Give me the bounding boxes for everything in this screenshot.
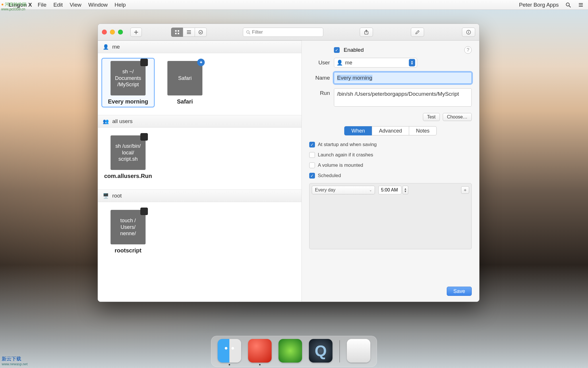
svg-rect-6 — [178, 30, 179, 32]
opt-volume-label: A volume is mounted — [318, 162, 363, 168]
svg-rect-5 — [175, 30, 177, 32]
tab-notes[interactable]: Notes — [409, 126, 437, 135]
job-thumb: sh ~/ Documents /MyScript — [111, 61, 146, 95]
tab-advanced[interactable]: Advanced — [372, 126, 409, 135]
svg-rect-18 — [468, 32, 469, 33]
svg-rect-7 — [175, 33, 177, 34]
svg-line-14 — [249, 33, 250, 34]
menu-view[interactable]: View — [70, 2, 82, 8]
opt-scheduled-checkbox[interactable]: ✓ — [309, 173, 315, 179]
opt-startup-checkbox[interactable]: ✓ — [309, 142, 315, 147]
share-button[interactable] — [360, 28, 373, 37]
close-window-button[interactable] — [102, 30, 107, 34]
dock-finder-icon[interactable] — [218, 339, 241, 363]
dock-divider — [339, 340, 340, 363]
schedule-time-input[interactable] — [378, 186, 401, 194]
notification-center-icon[interactable] — [578, 2, 584, 8]
name-field[interactable]: Every morning — [334, 72, 472, 84]
user-icon: 👤 — [336, 60, 343, 66]
detail-tabs: When Advanced Notes — [309, 126, 472, 135]
opt-scheduled-label: Scheduled — [318, 173, 341, 179]
dock-app-tomato-icon[interactable] — [248, 339, 272, 363]
minimize-window-button[interactable] — [110, 30, 115, 34]
filter-search-field[interactable] — [243, 28, 323, 37]
lingon-window: 👤 me sh ~/ Documents /MyScript Every mor… — [98, 24, 479, 302]
menu-file[interactable]: File — [38, 2, 47, 8]
job-list-pane: 👤 me sh ~/ Documents /MyScript Every mor… — [98, 41, 302, 302]
menu-edit[interactable]: Edit — [53, 2, 63, 8]
window-traffic-lights — [102, 30, 123, 34]
opt-relaunch-checkbox[interactable] — [309, 152, 315, 158]
computer-icon: 🖥️ — [102, 193, 109, 199]
svg-point-17 — [468, 31, 469, 31]
dock-trash-icon[interactable] — [347, 339, 370, 363]
choose-button[interactable]: Choose… — [443, 113, 472, 121]
schedule-box: Every day ⌄ ▲▼ ＋ — [309, 183, 472, 249]
save-button[interactable]: Save — [447, 287, 472, 296]
section-title: me — [112, 44, 120, 50]
info-button[interactable] — [462, 28, 475, 37]
svg-rect-8 — [178, 33, 179, 34]
menubar-app-name[interactable]: Lingon X — [9, 2, 32, 8]
user-select[interactable]: 👤 me ▲▼ — [334, 58, 417, 68]
opt-volume-checkbox[interactable] — [309, 162, 315, 168]
user-select-value: me — [345, 60, 407, 66]
name-label: Name — [309, 75, 330, 81]
dock-app-star-icon[interactable] — [278, 339, 302, 363]
enabled-label: Enabled — [344, 47, 364, 53]
svg-line-1 — [569, 6, 570, 7]
terminal-badge-icon — [140, 59, 148, 66]
job-card-rootscript[interactable]: touch / Users/ nenne/ rootscript — [101, 207, 155, 256]
test-button[interactable]: Test — [423, 113, 440, 121]
job-caption: Safari — [177, 98, 193, 105]
terminal-badge-icon — [140, 208, 148, 215]
section-title: all users — [112, 118, 133, 124]
section-title: root — [112, 193, 122, 199]
view-status-button[interactable] — [195, 28, 207, 37]
menu-window[interactable]: Window — [88, 2, 108, 8]
job-card-allusers-run[interactable]: sh /usr/bin/ local/ script.sh com.alluse… — [101, 132, 155, 182]
job-card-every-morning[interactable]: sh ~/ Documents /MyScript Every morning — [101, 58, 155, 108]
tab-when[interactable]: When — [344, 126, 372, 135]
add-schedule-button[interactable]: ＋ — [461, 186, 469, 194]
job-caption: rootscript — [115, 247, 141, 254]
dock-quicktime-icon[interactable]: Q — [309, 339, 332, 363]
macos-dock: Q — [211, 336, 377, 367]
opt-relaunch-label: Launch again if it crashes — [318, 152, 373, 158]
job-thumb: touch / Users/ nenne/ — [111, 210, 146, 244]
job-detail-pane: ? ✓ Enabled User 👤 me ▲▼ Name Every morn… — [302, 41, 479, 302]
add-job-button[interactable] — [130, 28, 142, 37]
stepper-updown-icon[interactable]: ▲▼ — [403, 186, 408, 194]
schedule-frequency-popup[interactable]: Every day ⌄ — [312, 186, 375, 194]
view-list-button[interactable] — [183, 28, 195, 37]
job-thumb: Safari ✦ — [167, 61, 202, 95]
safari-badge-icon: ✦ — [197, 59, 205, 66]
menu-help[interactable]: Help — [115, 2, 126, 8]
terminal-badge-icon — [140, 133, 148, 141]
section-header-all-users: 👥 all users — [98, 115, 301, 128]
menubar-app-developer[interactable]: Peter Borg Apps — [519, 2, 559, 8]
run-label: Run — [309, 88, 330, 96]
view-mode-segmented — [171, 28, 207, 37]
section-header-root: 🖥️ root — [98, 189, 301, 202]
window-toolbar — [98, 24, 479, 41]
spotlight-icon[interactable] — [565, 2, 571, 8]
popup-caret-icon: ⌄ — [369, 188, 372, 192]
run-field[interactable]: /bin/sh /Users/peterborgapps/Documents/M… — [334, 88, 472, 107]
user-icon: 👤 — [102, 44, 109, 50]
filter-input[interactable] — [252, 29, 320, 35]
help-button[interactable]: ? — [464, 46, 472, 54]
job-caption: Every morning — [108, 98, 148, 105]
users-icon: 👥 — [102, 118, 109, 124]
select-caret-icon: ▲▼ — [409, 59, 415, 66]
opt-startup-label: At startup and when saving — [318, 142, 377, 147]
edit-button[interactable] — [411, 28, 424, 37]
section-header-me: 👤 me — [98, 41, 301, 53]
enabled-checkbox[interactable]: ✓ — [334, 47, 340, 53]
schedule-time-stepper[interactable]: ▲▼ — [378, 186, 408, 194]
zoom-window-button[interactable] — [118, 30, 123, 34]
svg-point-0 — [566, 3, 569, 6]
job-thumb: sh /usr/bin/ local/ script.sh — [111, 135, 146, 170]
view-grid-button[interactable] — [171, 28, 183, 37]
job-card-safari[interactable]: Safari ✦ Safari — [158, 58, 212, 108]
